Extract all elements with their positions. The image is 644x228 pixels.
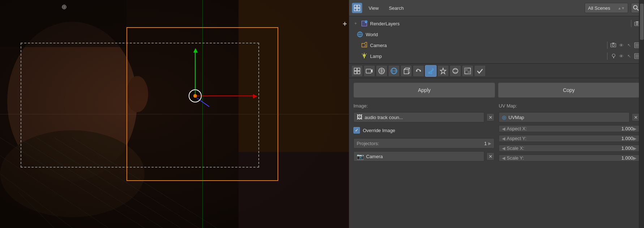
svg-line-21 [637,9,639,10]
svg-marker-34 [362,42,367,47]
scenes-dropdown[interactable]: All Scenes ▲▼ [585,3,628,13]
image-field-row: 🖼 audio track coun... ✕ [353,112,494,122]
uvmap-input[interactable]: ◎ UVMap [499,112,630,122]
projectors-arrow[interactable]: ▶ [488,141,491,146]
camera-clear-btn[interactable]: ✕ [486,152,494,160]
uvmap-clear-btn[interactable]: ✕ [632,113,640,121]
renderlayers-label: RenderLayers [370,21,628,26]
render-props-btn[interactable] [351,65,363,77]
svg-line-44 [366,54,367,55]
camera-field-icon: 📷 [357,153,364,160]
override-image-checkbox[interactable]: ✓ [353,127,360,134]
aspect-x-field[interactable]: ◀ Aspect X: 1.000 ▶ [499,125,640,132]
viewport[interactable]: ⊕ + [0,0,349,228]
aspect-y-field[interactable]: ◀ Aspect Y: 1.000 ▶ [499,135,640,142]
outliner-item-world[interactable]: World [349,29,644,40]
svg-rect-53 [357,71,360,74]
svg-point-46 [612,54,615,57]
camera-input[interactable]: 📷 Camera [353,151,484,161]
texture-props-btn[interactable] [462,65,473,77]
svg-rect-54 [366,69,371,73]
image-clear-btn[interactable]: ✕ [486,113,494,121]
camera-field-row: 📷 Camera ✕ [353,151,494,161]
camera-link-icon[interactable] [610,42,617,48]
camera-props-btn[interactable] [364,65,375,77]
globe-icon [356,31,364,38]
aspect-x-value: 1.000 [621,126,633,131]
svg-point-29 [637,24,638,25]
svg-text:+: + [365,21,366,23]
apply-button[interactable]: Apply [353,83,495,98]
particles-props-btn[interactable] [437,65,449,77]
svg-marker-69 [440,68,446,74]
lamp-link-icon[interactable] [610,53,617,59]
world-props-btn[interactable] [388,65,400,77]
svg-rect-72 [465,68,468,71]
scale-y-field[interactable]: ◀ Scale Y: 1.000 ▶ [499,155,640,161]
image-uvmap-section: Image: 🖼 audio track coun... ✕ ✓ Overrid… [353,103,640,161]
svg-rect-18 [354,8,357,11]
aspect-y-label: Aspect Y: [505,136,621,141]
lamp-visibility-icon[interactable]: 👁 [618,53,624,59]
gizmo-dot [193,94,197,98]
outliner-header: View Search All Scenes ▲▼ [349,0,644,16]
y-axis-arrow [193,48,198,52]
modifier-props-btn[interactable] [425,65,437,77]
lamp-actions: 👁 ↖ [606,52,640,60]
expand-icon-lamp[interactable]: + [353,53,359,59]
uvmap-icon: ◎ [502,114,506,120]
object-props-btn[interactable] [400,65,412,77]
viewport-add-button[interactable]: + [343,20,347,28]
right-panel: View Search All Scenes ▲▼ + [349,0,644,228]
camera-actions: 👁 ↖ [606,42,640,49]
svg-rect-51 [357,68,360,71]
expand-icon[interactable]: + [353,21,359,26]
scale-x-field[interactable]: ◀ Scale X: 1.000 ▶ [499,145,640,152]
expand-icon-camera[interactable]: + [353,42,359,48]
constraint-props-btn[interactable] [413,65,424,77]
outliner-item-camera[interactable]: + Camera [349,40,644,51]
copy-button[interactable]: Copy [498,83,640,98]
svg-rect-16 [354,5,357,8]
cursor-icon[interactable]: ↖ [626,42,632,48]
projectors-row: Projectors: 1 ▶ [353,138,494,148]
search-menu[interactable]: Search [385,3,407,13]
outliner-mode-btn[interactable] [352,3,362,13]
world-label: World [366,32,640,37]
person-icon: ⊕ [61,3,67,11]
image-col: Image: 🖼 audio track coun... ✕ ✓ Overrid… [353,103,494,161]
scale-y-value: 1.000 [621,155,633,161]
uvmap-value: UVMap [508,115,524,120]
physics-props-btn[interactable] [450,65,461,77]
svg-rect-50 [354,68,357,71]
lamp-icon [361,52,368,60]
right-scrollbar[interactable] [639,0,644,228]
svg-rect-37 [612,43,614,44]
uvmap-col: UV Map: ◎ UVMap ✕ ◀ Aspect X: [499,103,640,161]
separator-3 [607,52,607,60]
outliner-item-lamp[interactable]: + Lamp [349,51,644,62]
svg-point-38 [612,44,614,46]
object-data-btn[interactable] [376,65,387,77]
separator [631,20,631,27]
scale-x-value: 1.000 [621,145,633,151]
svg-rect-17 [357,5,360,8]
view-menu[interactable]: View [365,3,382,13]
svg-point-67 [420,70,421,72]
camera-label: Camera [370,43,604,48]
aspect-x-label: Aspect X: [505,126,621,131]
outliner-item-renderlayers[interactable]: + + RenderLayers [349,18,644,29]
image-input[interactable]: 🖼 audio track coun... [353,112,484,122]
visibility-icon[interactable]: 👁 [618,42,624,48]
lamp-cursor-icon[interactable]: ↖ [626,53,632,59]
outliner-list: + + RenderLayers [349,16,644,64]
projectors-field[interactable]: Projectors: 1 ▶ [353,138,494,148]
layers-icon: + [361,20,368,27]
uvmap-field-row: ◎ UVMap ✕ [499,112,640,122]
check-props-btn[interactable] [474,65,486,77]
override-image-row: ✓ Override Image [353,125,494,135]
image-thumb-icon: 🖼 [357,114,362,121]
camera-field-value: Camera [366,154,383,159]
projectors-value: 1 [484,141,487,146]
scrollbar-thumb[interactable] [640,4,644,40]
